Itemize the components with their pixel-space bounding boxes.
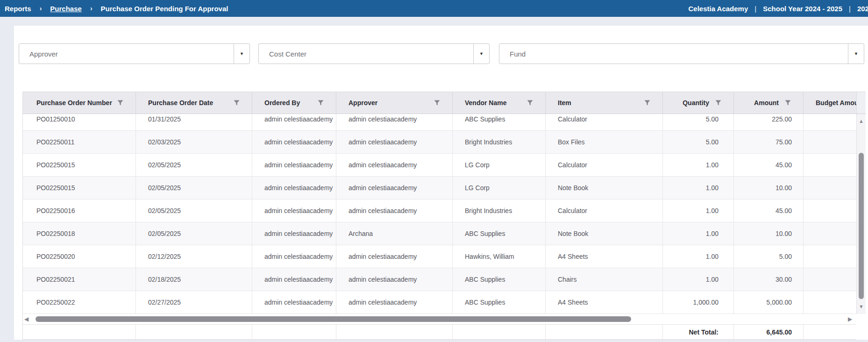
breadcrumb-item-reports[interactable]: Reports: [5, 5, 31, 13]
footer-cell: [453, 325, 546, 339]
filter-dropdown-fund[interactable]: Fund▼: [499, 43, 864, 64]
cell-approver: admin celestiaacademy: [336, 154, 453, 176]
top-bar: Reports›Purchase›Purchase Order Pending …: [0, 0, 868, 17]
cell-text: ABC Supplies: [465, 299, 505, 306]
table-row[interactable]: PO0225002002/12/2025admin celestiaacadem…: [23, 245, 856, 268]
table-row[interactable]: PO0225001502/05/2025admin celestiaacadem…: [23, 154, 856, 177]
column-header-label: Vendor Name: [465, 99, 506, 107]
column-header-budget-amount[interactable]: Budget Amount: [804, 92, 856, 114]
filter-dropdown-approver[interactable]: Approver▼: [19, 43, 250, 64]
cell-approver: Archana: [336, 222, 453, 245]
scroll-right-icon[interactable]: ▶: [848, 316, 852, 322]
table-header-row: Purchase Order NumberPurchase Order Date…: [23, 92, 856, 114]
table-row[interactable]: PO0225002202/27/2025admin celestiaacadem…: [23, 291, 856, 314]
cell-text: 02/12/2025: [148, 253, 181, 261]
column-header-purchase-order-number[interactable]: Purchase Order Number: [23, 92, 136, 114]
cell-text: PO01250010: [36, 115, 75, 123]
table-row[interactable]: PO0225001802/05/2025admin celestiaacadem…: [23, 222, 856, 245]
column-header-vendor-name[interactable]: Vendor Name: [453, 92, 546, 114]
cell-text: 1.00: [706, 230, 719, 238]
cell-text: 1.00: [706, 207, 719, 215]
school-info-segment: School Year 2024 - 2025: [763, 5, 842, 13]
table-row[interactable]: PO0225001502/05/2025admin celestiaacadem…: [23, 177, 856, 200]
table-row[interactable]: PO0225002102/18/2025admin celestiaacadem…: [23, 268, 856, 291]
vertical-scroll-thumb[interactable]: [859, 153, 864, 299]
cell-item: Note Book: [546, 177, 663, 199]
column-header-item[interactable]: Item: [546, 92, 663, 114]
dropdown-arrow-zone[interactable]: ▼: [848, 44, 864, 64]
cell-text: ABC Supplies: [465, 276, 505, 284]
breadcrumb-item-purchase-order-pending-for-approval[interactable]: Purchase Order Pending For Approval: [101, 5, 228, 13]
filter-icon[interactable]: [318, 100, 324, 106]
chevron-down-icon: ▼: [854, 52, 858, 56]
cell-text: Note Book: [558, 230, 588, 238]
cell-purchase-order-number: PO02250015: [23, 154, 136, 176]
cell-purchase-order-number: PO02250022: [23, 291, 136, 314]
cell-item: Calculator: [546, 154, 663, 176]
scroll-left-icon[interactable]: ◀: [24, 316, 28, 322]
cell-text: Archana: [349, 230, 373, 238]
cell-amount: 10.00: [734, 222, 804, 245]
horizontal-scrollbar[interactable]: ◀ ▶: [23, 314, 866, 324]
column-header-label: Purchase Order Number: [36, 99, 112, 107]
table-row[interactable]: PO0125001001/31/2025admin celestiaacadem…: [23, 114, 856, 131]
filter-dropdown-cost-center[interactable]: Cost Center▼: [258, 43, 490, 64]
cell-text: PO02250020: [36, 253, 75, 261]
column-header-amount[interactable]: Amount: [734, 92, 804, 114]
cell-text: PO02250015: [36, 161, 75, 169]
dropdown-arrow-zone[interactable]: ▼: [473, 44, 489, 64]
cell-item: Note Book: [546, 222, 663, 245]
cell-text: 45.00: [776, 161, 792, 169]
filter-icon[interactable]: [234, 100, 240, 106]
filter-icon[interactable]: [644, 100, 650, 106]
table-footer-row: Net Total:6,645.00: [23, 324, 856, 340]
table-rows-viewport: PO0125001001/31/2025admin celestiaacadem…: [23, 114, 856, 314]
net-total-label: Net Total:: [689, 328, 719, 336]
cell-purchase-order-number: PO02250018: [23, 222, 136, 245]
cell-text: LG Corp: [465, 184, 490, 192]
dropdown-arrow-zone[interactable]: ▼: [234, 44, 249, 64]
vertical-scrollbar[interactable]: ▲ ▼: [856, 114, 866, 314]
school-info: Celestia Academy|School Year 2024 - 2025…: [688, 0, 868, 17]
cell-approver: admin celestiaacademy: [336, 200, 453, 222]
cell-amount: 5.00: [734, 245, 804, 268]
column-header-approver[interactable]: Approver: [336, 92, 453, 114]
scroll-up-icon[interactable]: ▲: [857, 119, 866, 124]
horizontal-scroll-thumb[interactable]: [36, 316, 631, 322]
cell-text: 10.00: [776, 230, 792, 238]
scroll-down-icon[interactable]: ▼: [857, 304, 866, 309]
cell-vendor-name: Bright Industries: [453, 200, 546, 222]
cell-approver: admin celestiaacademy: [336, 268, 453, 291]
cell-purchase-order-date: 02/05/2025: [136, 154, 252, 176]
cell-text: 45.00: [776, 207, 792, 215]
table-row[interactable]: PO0225001102/03/2025admin celestiaacadem…: [23, 131, 856, 154]
column-header-label: Item: [558, 99, 571, 107]
cell-text: admin celestiaacademy: [349, 276, 417, 284]
column-header-quantity[interactable]: Quantity: [663, 92, 734, 114]
cell-ordered-by: admin celestiaacademy: [252, 268, 336, 291]
pipe-divider: |: [754, 5, 756, 13]
filter-icon[interactable]: [527, 100, 533, 106]
filter-icon[interactable]: [785, 100, 791, 106]
cell-text: 02/05/2025: [148, 161, 181, 169]
column-header-purchase-order-date[interactable]: Purchase Order Date: [136, 92, 252, 114]
breadcrumb-item-purchase[interactable]: Purchase: [50, 5, 82, 13]
school-info-segment: Celestia Academy: [688, 5, 748, 13]
cell-budget-amount: [804, 245, 856, 268]
cell-text: 1.00: [706, 161, 719, 169]
cell-item: Calculator: [546, 200, 663, 222]
cell-purchase-order-date: 02/12/2025: [136, 245, 252, 268]
table-row[interactable]: PO0225001602/05/2025admin celestiaacadem…: [23, 200, 856, 222]
pipe-divider: |: [849, 5, 851, 13]
column-header-ordered-by[interactable]: Ordered By: [252, 92, 336, 114]
cell-text: PO02250015: [36, 184, 75, 192]
cell-text: 1.00: [706, 253, 719, 261]
cell-text: admin celestiaacademy: [349, 115, 417, 123]
filter-icon[interactable]: [117, 100, 123, 106]
cell-text: 02/05/2025: [148, 230, 181, 238]
filter-icon[interactable]: [715, 100, 721, 106]
filter-icon[interactable]: [434, 100, 440, 106]
table-body: PO0125001001/31/2025admin celestiaacadem…: [23, 114, 866, 314]
cell-vendor-name: ABC Supplies: [453, 291, 546, 314]
cell-text: Box Files: [558, 138, 585, 146]
